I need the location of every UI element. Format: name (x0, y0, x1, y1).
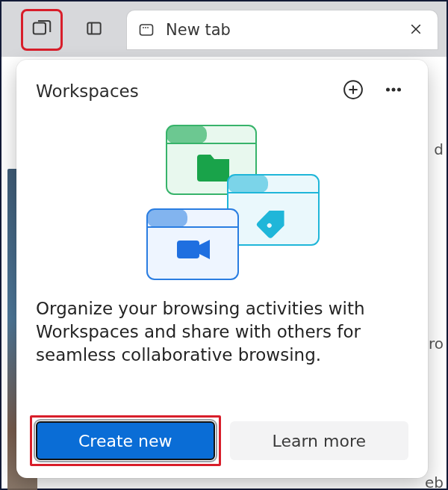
cropped-text-e: eb (425, 474, 444, 490)
svg-point-4 (143, 27, 144, 28)
newtab-icon (137, 21, 155, 39)
active-tab[interactable]: New tab (127, 10, 438, 49)
more-horizontal-icon (382, 78, 405, 104)
popover-title: Workspaces (36, 81, 328, 101)
tab-actions-button[interactable] (75, 10, 113, 49)
svg-rect-16 (167, 125, 207, 143)
cropped-text-d: d (434, 140, 444, 158)
svg-rect-1 (87, 22, 100, 34)
popover-header: Workspaces (36, 76, 408, 106)
svg-point-13 (392, 88, 396, 92)
active-tab-label: New tab (166, 21, 394, 39)
svg-point-5 (145, 27, 146, 28)
svg-rect-22 (177, 241, 199, 258)
add-workspace-button[interactable] (338, 76, 368, 106)
workspaces-popover: Workspaces (16, 60, 428, 478)
svg-point-6 (147, 27, 149, 28)
svg-rect-21 (147, 209, 187, 227)
workspaces-illustration (36, 114, 408, 284)
workspaces-icon (31, 17, 53, 43)
learn-more-button[interactable]: Learn more (230, 421, 409, 460)
tab-strip: New tab (22, 10, 438, 49)
svg-rect-3 (140, 25, 153, 35)
more-options-button[interactable] (379, 76, 408, 106)
create-new-button[interactable]: Create new (36, 421, 215, 460)
close-tab-button[interactable] (405, 18, 427, 43)
close-icon (409, 21, 423, 40)
popover-description: Organize your browsing activities with W… (36, 297, 408, 367)
svg-rect-0 (34, 23, 46, 34)
svg-point-14 (397, 88, 401, 92)
workspaces-toolbar-button[interactable] (22, 10, 61, 49)
create-new-button-label: Create new (78, 432, 172, 450)
svg-point-12 (386, 88, 390, 92)
cropped-text-r: ro (429, 335, 444, 353)
learn-more-button-label: Learn more (273, 432, 366, 450)
tab-actions-icon (84, 19, 104, 41)
svg-rect-18 (228, 175, 268, 193)
plus-circle-icon (342, 78, 364, 104)
popover-button-row: Create new Learn more (36, 406, 408, 460)
